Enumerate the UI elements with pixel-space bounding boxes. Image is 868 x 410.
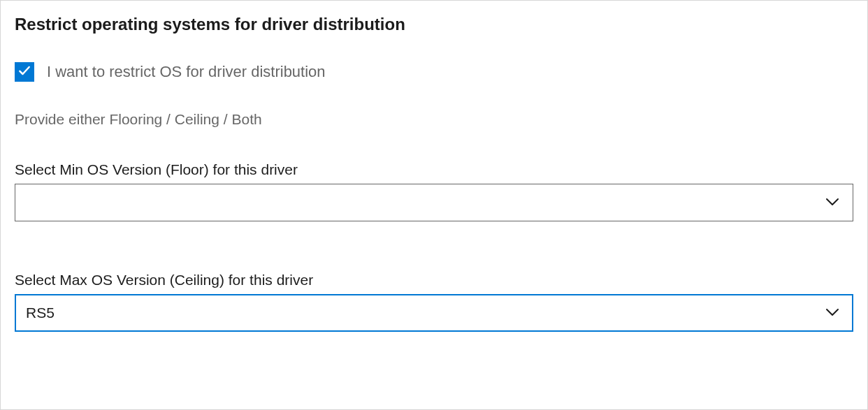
restrict-os-checkbox-row: I want to restrict OS for driver distrib… (15, 62, 853, 82)
max-os-field: Select Max OS Version (Ceiling) for this… (15, 272, 853, 332)
max-os-select[interactable]: RS5 (15, 294, 853, 332)
check-icon (17, 64, 31, 80)
restrict-os-checkbox[interactable] (15, 62, 34, 82)
hint-text: Provide either Flooring / Ceiling / Both (15, 111, 853, 128)
max-os-value: RS5 (26, 305, 55, 321)
min-os-field: Select Min OS Version (Floor) for this d… (15, 161, 853, 221)
max-os-label: Select Max OS Version (Ceiling) for this… (15, 272, 853, 288)
restrict-os-checkbox-label: I want to restrict OS for driver distrib… (47, 63, 326, 81)
min-os-label: Select Min OS Version (Floor) for this d… (15, 161, 853, 178)
restrict-os-panel: Restrict operating systems for driver di… (0, 0, 868, 410)
min-os-select[interactable] (15, 184, 853, 221)
max-os-select-wrapper: RS5 (15, 294, 853, 332)
min-os-select-wrapper (15, 184, 853, 221)
section-title: Restrict operating systems for driver di… (15, 15, 853, 34)
